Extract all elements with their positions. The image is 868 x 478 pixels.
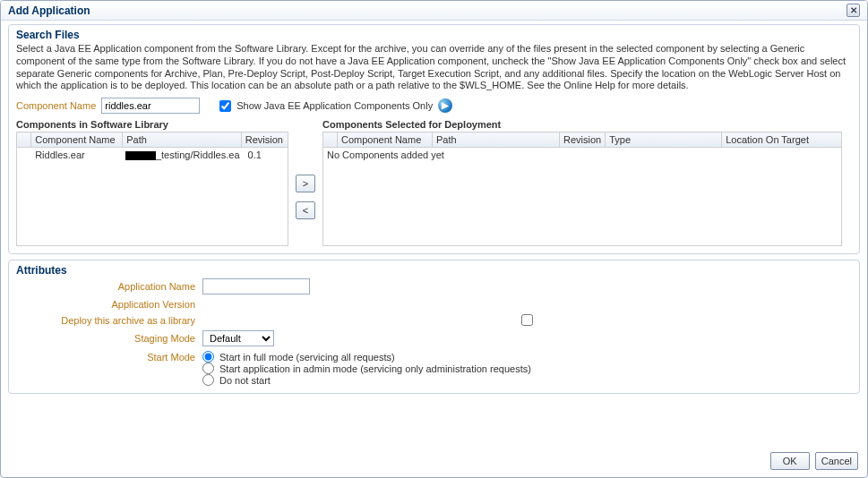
start-mode-admin-radio[interactable] xyxy=(202,363,214,374)
row-selector-header[interactable] xyxy=(17,132,31,148)
application-name-input[interactable] xyxy=(202,278,310,294)
start-mode-none-radio[interactable] xyxy=(202,374,214,386)
start-mode-full-radio[interactable] xyxy=(202,351,214,363)
attributes-grid: Application Name Application Version Dep… xyxy=(16,278,852,386)
deploy-as-library-checkbox[interactable] xyxy=(202,314,852,326)
deployment-empty-text: No Components added yet xyxy=(323,148,841,162)
deployment-table: Component Name Path Revision Type Locati… xyxy=(322,132,842,148)
col-component-name[interactable]: Component Name xyxy=(338,132,433,148)
move-right-button[interactable]: > xyxy=(296,175,315,192)
library-table-wrap: Components in Software Library Component… xyxy=(16,117,288,246)
col-path[interactable]: Path xyxy=(433,132,560,148)
show-java-ee-only-label: Show Java EE Application Components Only xyxy=(236,100,433,111)
start-mode-label: Start Mode xyxy=(147,351,195,363)
cell-name: Riddles.ear xyxy=(31,148,122,162)
close-icon[interactable]: ✕ xyxy=(847,4,860,17)
table-row[interactable]: Riddles.ear _testing/Riddles.ea 0.1 xyxy=(17,148,288,162)
search-files-title: Search Files xyxy=(16,29,852,41)
redacted-path-prefix xyxy=(125,151,156,160)
component-name-input[interactable] xyxy=(101,98,200,114)
deploy-as-library-label: Deploy this archive as a library xyxy=(61,315,195,326)
dialog-header: Add Application ✕ xyxy=(1,1,867,21)
application-version-label: Application Version xyxy=(111,299,195,310)
start-mode-admin-row: Start application in admin mode (servici… xyxy=(202,363,852,374)
cell-path: _testing/Riddles.ea xyxy=(122,148,245,162)
col-revision[interactable]: Revision xyxy=(241,132,288,148)
row-selector-header[interactable] xyxy=(323,132,338,148)
ok-button[interactable]: OK xyxy=(770,452,810,470)
start-mode-full-row: Start in full mode (servicing all reques… xyxy=(202,351,852,363)
cell-rev: 0.1 xyxy=(245,148,288,162)
col-revision[interactable]: Revision xyxy=(560,132,606,148)
start-mode-none-label: Do not start xyxy=(219,375,271,386)
component-name-label: Component Name xyxy=(16,100,96,111)
deployment-table-wrap: Components Selected for Deployment Compo… xyxy=(322,117,842,246)
dialog-footer: OK Cancel xyxy=(770,452,858,470)
dialog-title: Add Application xyxy=(8,1,90,21)
library-table-body[interactable]: Riddles.ear _testing/Riddles.ea 0.1 xyxy=(16,148,288,246)
search-files-help: Select a Java EE Application component f… xyxy=(16,43,852,92)
application-name-label: Application Name xyxy=(118,281,195,292)
show-java-ee-only-checkbox[interactable] xyxy=(219,100,231,112)
deployment-table-body[interactable]: No Components added yet xyxy=(322,148,842,246)
move-buttons: > < xyxy=(296,117,315,246)
cancel-button[interactable]: Cancel xyxy=(815,452,858,470)
attributes-section: Attributes Application Name Application … xyxy=(8,260,860,394)
search-files-section: Search Files Select a Java EE Applicatio… xyxy=(8,24,860,254)
staging-mode-select[interactable]: Default xyxy=(202,330,274,346)
table-header-row: Component Name Path Revision Type Locati… xyxy=(323,132,842,148)
col-component-name[interactable]: Component Name xyxy=(31,132,123,148)
col-type[interactable]: Type xyxy=(606,132,722,148)
table-header-row: Component Name Path Revision xyxy=(17,132,288,148)
move-left-button[interactable]: < xyxy=(296,201,315,219)
library-table: Component Name Path Revision xyxy=(16,132,288,148)
component-name-row: Component Name Show Java EE Application … xyxy=(16,98,852,114)
start-mode-full-label: Start in full mode (servicing all reques… xyxy=(219,352,395,363)
tables-row: Components in Software Library Component… xyxy=(16,117,852,246)
deployment-table-title: Components Selected for Deployment xyxy=(322,119,842,130)
library-table-title: Components in Software Library xyxy=(16,119,288,130)
col-location[interactable]: Location On Target xyxy=(722,132,842,148)
attributes-title: Attributes xyxy=(16,264,852,277)
start-mode-group: Start in full mode (servicing all reques… xyxy=(202,351,852,386)
go-search-icon[interactable]: ▶ xyxy=(438,98,452,113)
start-mode-admin-label: Start application in admin mode (servici… xyxy=(219,363,531,374)
staging-mode-label: Staging Mode xyxy=(134,333,195,344)
col-path[interactable]: Path xyxy=(123,132,242,148)
start-mode-none-row: Do not start xyxy=(202,374,852,386)
